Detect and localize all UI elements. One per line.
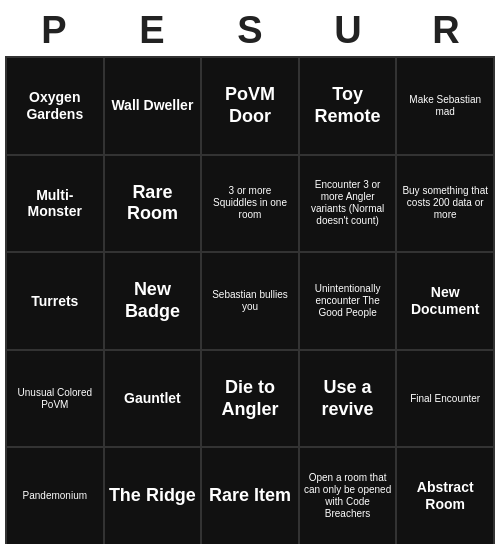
bingo-cell-8[interactable]: Encounter 3 or more Angler variants (Nor… [300, 156, 398, 254]
bingo-cell-14[interactable]: New Document [397, 253, 495, 351]
bingo-cell-10[interactable]: Turrets [7, 253, 105, 351]
header-s: S [201, 9, 299, 52]
bingo-cell-6[interactable]: Rare Room [105, 156, 203, 254]
bingo-cell-15[interactable]: Unusual Colored PoVM [7, 351, 105, 449]
bingo-cell-23[interactable]: Open a room that can only be opened with… [300, 448, 398, 544]
bingo-cell-13[interactable]: Unintentionally encounter The Good Peopl… [300, 253, 398, 351]
header-p: P [5, 9, 103, 52]
bingo-cell-7[interactable]: 3 or more Squiddles in one room [202, 156, 300, 254]
bingo-cell-1[interactable]: Wall Dweller [105, 58, 203, 156]
bingo-cell-16[interactable]: Gauntlet [105, 351, 203, 449]
bingo-cell-9[interactable]: Buy something that costs 200 data or mor… [397, 156, 495, 254]
header-e: E [103, 9, 201, 52]
bingo-header: P E S U R [5, 5, 495, 56]
header-r: R [397, 9, 495, 52]
bingo-cell-3[interactable]: Toy Remote [300, 58, 398, 156]
bingo-cell-5[interactable]: Multi-Monster [7, 156, 105, 254]
bingo-cell-20[interactable]: Pandemonium [7, 448, 105, 544]
header-u: U [299, 9, 397, 52]
bingo-cell-2[interactable]: PoVM Door [202, 58, 300, 156]
bingo-cell-0[interactable]: Oxygen Gardens [7, 58, 105, 156]
bingo-cell-12[interactable]: Sebastian bullies you [202, 253, 300, 351]
bingo-cell-22[interactable]: Rare Item [202, 448, 300, 544]
bingo-grid: Oxygen GardensWall DwellerPoVM DoorToy R… [5, 56, 495, 544]
bingo-cell-11[interactable]: New Badge [105, 253, 203, 351]
bingo-cell-24[interactable]: Abstract Room [397, 448, 495, 544]
bingo-cell-4[interactable]: Make Sebastian mad [397, 58, 495, 156]
bingo-cell-21[interactable]: The Ridge [105, 448, 203, 544]
bingo-cell-19[interactable]: Final Encounter [397, 351, 495, 449]
bingo-container: P E S U R Oxygen GardensWall DwellerPoVM… [5, 5, 495, 544]
bingo-cell-18[interactable]: Use a revive [300, 351, 398, 449]
bingo-cell-17[interactable]: Die to Angler [202, 351, 300, 449]
